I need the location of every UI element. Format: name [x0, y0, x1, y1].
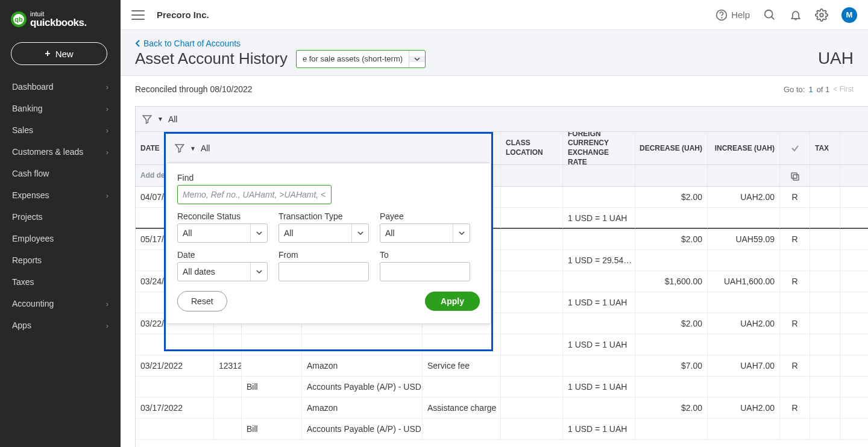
svg-rect-5 [793, 175, 799, 180]
chevron-down-icon: ▼ [157, 116, 163, 122]
find-input[interactable] [177, 185, 332, 204]
filter-all-label: All [168, 114, 178, 124]
search-icon[interactable] [763, 8, 776, 22]
sidebar-item-label: Dashboard [12, 82, 54, 92]
col-reconcile[interactable] [780, 132, 810, 164]
sidebar-item-expenses[interactable]: Expenses› [0, 184, 121, 206]
sidebar-item-employees[interactable]: Employees [0, 228, 121, 249]
copy-icon[interactable] [780, 165, 810, 186]
chevron-right-icon: › [106, 148, 108, 157]
brand-name: quickbooks. [30, 17, 87, 28]
bell-icon[interactable] [790, 9, 802, 21]
from-input[interactable] [278, 262, 369, 281]
from-label: From [278, 250, 369, 260]
menu-icon[interactable] [131, 10, 145, 20]
sidebar-item-label: Employees [12, 234, 54, 243]
funnel-icon [174, 143, 185, 154]
back-link-label: Back to Chart of Accounts [143, 39, 241, 48]
to-input[interactable] [380, 262, 470, 281]
sidebar-item-apps[interactable]: Apps› [0, 314, 121, 336]
gear-icon[interactable] [815, 8, 828, 22]
goto-label: Go to: [784, 85, 805, 94]
page-of: of 1 [817, 85, 830, 94]
sidebar-item-taxes[interactable]: Taxes [0, 271, 121, 293]
svg-point-2 [765, 10, 773, 17]
sidebar-item-label: Taxes [12, 277, 34, 287]
sidebar-item-customers-leads[interactable]: Customers & leads› [0, 141, 121, 163]
sidebar-item-label: Reports [12, 255, 42, 265]
sidebar-item-reports[interactable]: Reports [0, 249, 121, 271]
avatar[interactable]: M [841, 7, 857, 23]
chevron-right-icon: › [106, 104, 108, 113]
sidebar-item-sales[interactable]: Sales› [0, 119, 121, 141]
payee-select[interactable]: All [380, 224, 470, 243]
pagination: Go to: 1 of 1 < First [784, 84, 854, 94]
page-first[interactable]: < First [833, 85, 854, 93]
svg-line-3 [772, 16, 775, 19]
page-title: Asset Account History [135, 49, 288, 68]
transaction-type-select[interactable]: All [278, 224, 369, 243]
sidebar-item-label: Apps [12, 320, 31, 330]
qb-logo-icon: qb [11, 11, 27, 27]
filter-bar[interactable]: ▼ All [136, 107, 868, 132]
chevron-down-icon [409, 56, 425, 62]
table-row[interactable]: 1 USD = 1 UAH [136, 334, 868, 355]
transaction-type-label: Transaction Type [278, 211, 369, 221]
page-header: Back to Chart of Accounts Asset Account … [121, 30, 868, 76]
filter-popover: ▼ All Find Reconcile Status All [166, 134, 491, 324]
popover-all-label: All [201, 143, 210, 153]
brand-logo: qb intuit quickbooks. [0, 5, 121, 37]
table-row[interactable]: BillAccounts Payable (A/P) - USD1 USD = … [136, 377, 868, 398]
back-link[interactable]: Back to Chart of Accounts [135, 39, 241, 48]
currency-label: UAH [818, 49, 854, 75]
transactions-table: ▼ All DATE CLASS LOCATION FOREIGN CURREN… [135, 106, 868, 447]
col-class[interactable]: CLASS LOCATION [501, 132, 563, 164]
chevron-down-icon[interactable]: ▼ [190, 145, 196, 152]
company-name: Precoro Inc. [157, 10, 209, 20]
account-select-value: e for sale assets (short-term) [297, 51, 409, 67]
col-fx[interactable]: FOREIGN CURRENCY EXCHANGE RATE [563, 132, 635, 164]
col-decrease[interactable]: DECREASE (UAH) [635, 132, 708, 164]
date-select[interactable]: All dates [177, 262, 268, 281]
chevron-right-icon: › [106, 299, 108, 308]
reset-button[interactable]: Reset [177, 291, 227, 311]
table-row[interactable]: BillAccounts Payable (A/P) - USD1 USD = … [136, 419, 868, 440]
new-button[interactable]: + New [11, 42, 107, 65]
table-row[interactable]: 03/21/20221231233123AmazonService fee$7.… [136, 355, 868, 377]
apply-button[interactable]: Apply [425, 292, 480, 311]
svg-point-1 [722, 17, 722, 18]
sidebar-item-label: Customers & leads [12, 147, 83, 157]
chevron-down-icon [453, 224, 470, 242]
plus-icon: + [45, 48, 50, 59]
sidebar-item-accounting[interactable]: Accounting› [0, 293, 121, 314]
chevron-right-icon: › [106, 83, 108, 92]
date-label: Date [177, 250, 268, 260]
new-button-label: New [55, 49, 74, 59]
to-label: To [380, 250, 470, 260]
sidebar-item-label: Expenses [12, 190, 49, 200]
sidebar-item-label: Accounting [12, 299, 54, 308]
sidebar-item-dashboard[interactable]: Dashboard› [0, 76, 121, 98]
sidebar-item-projects[interactable]: Projects [0, 206, 121, 228]
payee-label: Payee [380, 211, 470, 221]
chevron-down-icon [250, 224, 267, 242]
sidebar-item-cash-flow[interactable]: Cash flow [0, 163, 121, 184]
help-button[interactable]: Help [715, 9, 750, 21]
sidebar-item-label: Projects [12, 212, 43, 222]
check-icon [791, 144, 799, 152]
chevron-right-icon: › [106, 321, 108, 330]
page-current[interactable]: 1 [808, 85, 813, 94]
chevron-left-icon [135, 40, 141, 47]
chevron-down-icon [351, 224, 368, 242]
table-row[interactable]: 03/17/2022AmazonAssistance charge$2.00UA… [136, 398, 868, 419]
reconciled-through: Reconciled through 08/10/2022 [135, 84, 253, 94]
col-increase[interactable]: INCREASE (UAH) [708, 132, 780, 164]
sidebar-item-banking[interactable]: Banking› [0, 98, 121, 119]
reconcile-status-select[interactable]: All [177, 224, 268, 243]
sidebar-item-label: Cash flow [12, 169, 49, 178]
account-select[interactable]: e for sale assets (short-term) [296, 50, 426, 68]
reconcile-status-label: Reconcile Status [177, 211, 268, 221]
col-tax[interactable]: TAX [810, 132, 840, 164]
chevron-right-icon: › [106, 126, 108, 135]
sidebar-item-label: Sales [12, 125, 33, 135]
